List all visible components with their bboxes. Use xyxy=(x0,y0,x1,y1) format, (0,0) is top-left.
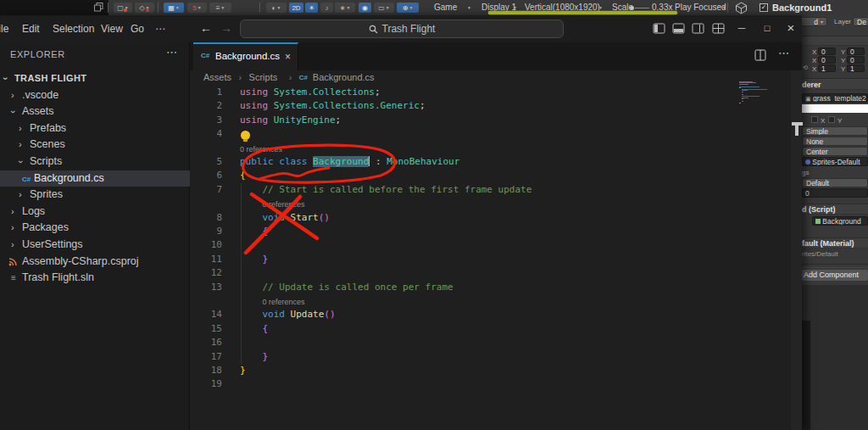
x-field[interactable]: 1 xyxy=(818,64,836,72)
add-component-button[interactable]: Add Component xyxy=(802,270,868,281)
minimap-line xyxy=(739,87,741,88)
camera-view-button[interactable]: ▭▼ xyxy=(374,3,394,13)
draw-mode-dropdown[interactable]: Simple xyxy=(802,126,868,136)
play-focused-dropdown-icon[interactable]: ▼ xyxy=(722,5,726,10)
command-center-search[interactable]: Trash Flight xyxy=(240,20,564,38)
resolution-dropdown-icon[interactable]: ▼ xyxy=(598,5,603,10)
gizmos-toggle-button[interactable]: ⊕▼ xyxy=(397,3,419,13)
game-tab[interactable]: Game xyxy=(434,0,457,15)
menu-more[interactable]: ⋯ xyxy=(153,15,167,42)
resolution-dropdown[interactable]: Vertical(1080x1920) xyxy=(525,0,600,15)
tab-background-cs[interactable]: C# Background.cs × xyxy=(193,42,298,70)
close-button[interactable]: × xyxy=(780,15,802,41)
nav-forward-button[interactable]: → xyxy=(220,21,232,35)
flip-y-checkbox[interactable] xyxy=(828,116,835,123)
y-field[interactable]: 0 xyxy=(847,47,865,55)
grid-snap-button[interactable]: ▦▼ xyxy=(164,3,184,13)
menu-file[interactable]: File xyxy=(0,15,10,42)
snap-increment-button[interactable]: 5▼ xyxy=(187,3,207,13)
toggle-sidebar-icon[interactable] xyxy=(653,22,665,35)
inspector-active-checkbox[interactable]: ✓ xyxy=(760,3,768,12)
chevron-icon: › xyxy=(11,204,14,221)
vscode-window: FileEditSelectionViewGo⋯ ← → Trash Fligh… xyxy=(0,15,802,430)
sln-file-icon: ≡ xyxy=(11,270,16,287)
y-field[interactable]: 1 xyxy=(847,64,865,72)
tree-item-assembly-csharp-csproj[interactable]: Assembly-CSharp.csproj xyxy=(0,254,190,271)
code-line: 12 xyxy=(190,266,791,280)
customize-layout-icon[interactable] xyxy=(712,22,725,35)
toggle-secondary-sidebar-icon[interactable] xyxy=(692,22,704,35)
divider xyxy=(802,264,868,265)
split-editor-icon[interactable] xyxy=(754,49,766,61)
tree-item-packages[interactable]: ›Packages xyxy=(0,220,190,237)
code-line: 9{ xyxy=(190,225,791,238)
tree-item-usersettings[interactable]: ›UserSettings xyxy=(0,237,190,254)
tab-close-icon[interactable]: × xyxy=(285,51,291,63)
layer-dropdown[interactable]: De xyxy=(853,17,868,26)
chevron-icon: › xyxy=(19,137,22,154)
tree-item--vscode[interactable]: ›.vscode xyxy=(0,87,190,104)
tag-dropdown[interactable]: d xyxy=(802,17,827,26)
codelens-references[interactable]: 0 references xyxy=(262,294,304,308)
tree-item-prefabs[interactable]: ›Prefabs xyxy=(0,120,190,137)
game-tab-dropdown-icon[interactable]: ▼ xyxy=(467,5,471,10)
tree-root-trash-flight[interactable]: ›TRASH FLIGHT xyxy=(0,70,190,87)
order-in-layer-field[interactable]: 0 xyxy=(802,188,868,198)
code-editor[interactable]: 1using System.Collections;2using System.… xyxy=(190,86,791,430)
display-dropdown[interactable]: Display 1 xyxy=(481,0,516,15)
menu-edit[interactable]: Edit xyxy=(20,15,42,42)
lighting-toggle-button[interactable]: ☀ xyxy=(305,3,318,13)
tree-item-background-cs[interactable]: C#Background.cs xyxy=(0,170,190,187)
tree-item-logs[interactable]: ›Logs xyxy=(0,204,190,221)
breadcrumb-item[interactable]: Background.cs xyxy=(313,72,375,82)
nav-back-button[interactable]: ← xyxy=(200,21,212,35)
2d-toggle-button[interactable]: 2D xyxy=(289,3,303,13)
color-swatch[interactable] xyxy=(802,104,868,113)
explorer-more-actions[interactable]: ⋯ xyxy=(166,46,177,59)
pivot-tool-button[interactable]: ◇▼ xyxy=(135,3,154,13)
sort-point-dropdown[interactable]: Center xyxy=(802,147,868,156)
sorting-layer-dropdown[interactable]: Default xyxy=(802,178,868,187)
codelens-references[interactable]: 0 references xyxy=(240,142,282,155)
shading-mode-button[interactable]: ◐▼ xyxy=(266,3,287,13)
minimize-button[interactable]: ─ xyxy=(731,15,753,41)
display-dropdown-icon[interactable]: ▼ xyxy=(513,5,517,10)
visibility-toggle-button[interactable]: ◉ xyxy=(359,3,371,13)
view-tool-button[interactable]: ▢▼ xyxy=(114,3,132,13)
tree-item-scenes[interactable]: ›Scenes xyxy=(0,137,190,154)
restore-window-icon[interactable] xyxy=(94,3,103,12)
toggle-panel-icon[interactable] xyxy=(672,22,685,35)
scale-slider-knob[interactable] xyxy=(630,6,634,10)
menu-go[interactable]: Go xyxy=(129,15,146,42)
code-text: void Start() xyxy=(262,211,330,225)
maximize-button[interactable]: □ xyxy=(756,15,778,41)
editor-more-actions[interactable]: ⋯ xyxy=(778,47,789,59)
quickfix-lightbulb-icon[interactable] xyxy=(241,131,250,140)
menu-view[interactable]: View xyxy=(99,15,125,42)
code-line: 15{ xyxy=(190,322,791,336)
breadcrumb-item[interactable]: Assets xyxy=(203,72,231,82)
script-field[interactable]: Background xyxy=(812,216,868,226)
line-number: 3 xyxy=(190,114,222,127)
y-field[interactable]: 0 xyxy=(847,56,865,64)
audio-toggle-button[interactable]: ♪ xyxy=(320,3,333,13)
camera-bookmark-button[interactable]: ≡▼ xyxy=(209,3,231,13)
flip-x-checkbox[interactable] xyxy=(811,116,818,123)
tree-item-assets[interactable]: ›Assets xyxy=(0,103,190,120)
breadcrumb-item[interactable]: Scripts xyxy=(249,72,278,82)
mask-interaction-dropdown[interactable]: None xyxy=(802,137,868,146)
line-number: 12 xyxy=(190,266,222,280)
play-focused-dropdown[interactable]: Play Focused xyxy=(675,0,726,15)
x-field[interactable]: 0 xyxy=(818,47,836,55)
material-field[interactable]: Sprites-Default xyxy=(802,157,868,166)
tree-item-scripts[interactable]: ›Scripts xyxy=(0,154,190,170)
menu-selection[interactable]: Selection xyxy=(51,15,96,42)
sprite-field[interactable]: ▣ grass_template2 xyxy=(802,93,868,103)
breadcrumb[interactable]: Assets›Scripts›C#Background.cs xyxy=(190,70,802,86)
effects-toggle-button[interactable]: ∗▼ xyxy=(335,3,355,13)
tree-item-sprites[interactable]: ›Sprites xyxy=(0,187,190,204)
codelens-references[interactable]: 0 references xyxy=(262,197,304,210)
x-field[interactable]: 0 xyxy=(818,56,836,64)
scale-slider-track[interactable] xyxy=(635,8,649,8)
tree-item-trash-flight-sln[interactable]: ≡Trash Flight.sln xyxy=(0,270,190,287)
